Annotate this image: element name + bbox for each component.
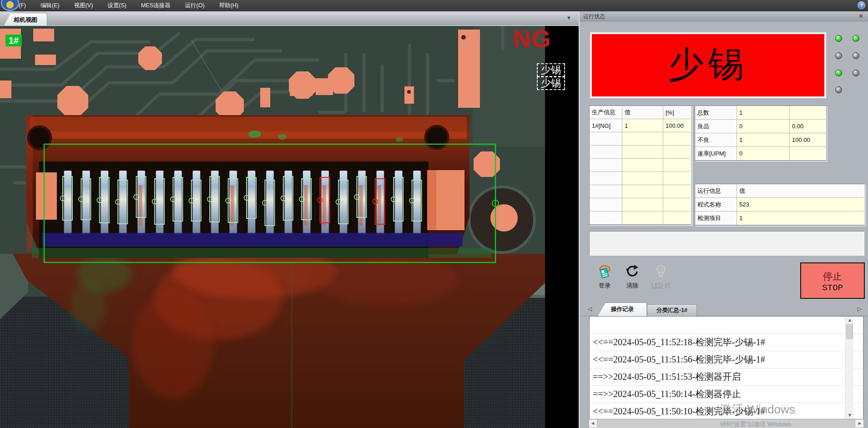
table-row bbox=[590, 159, 691, 172]
log-entry[interactable]: <<==2024-05-05_11:52:18-检测完毕-少锡-1# bbox=[590, 334, 863, 351]
menu-item[interactable]: 帮助(H) bbox=[212, 0, 246, 11]
chevron-down-icon[interactable]: ▼ bbox=[566, 15, 571, 20]
table-row bbox=[590, 172, 691, 185]
scrollbar-thumb[interactable] bbox=[597, 420, 855, 427]
table-row: 检测项目 1 bbox=[695, 211, 865, 225]
cell-percent: 100.00 bbox=[663, 119, 691, 132]
cell-percent: 100.00 bbox=[790, 133, 825, 147]
cell-label: 1#[NG] bbox=[590, 119, 622, 132]
panel-title: 运行状态 bbox=[583, 13, 605, 20]
table-row: 1#[NG] 1 100.00 bbox=[590, 119, 691, 132]
cell-label bbox=[590, 146, 622, 159]
tab-scroll-left-icon[interactable]: ◁ bbox=[588, 306, 592, 312]
help-badge-icon[interactable]: ? bbox=[858, 1, 865, 9]
camera-image bbox=[0, 26, 545, 428]
indicator-light-on bbox=[853, 35, 859, 42]
cell-label bbox=[590, 198, 622, 211]
cell-percent bbox=[790, 147, 825, 161]
table-header-row: 生产信息 值 [%] bbox=[590, 106, 691, 119]
indicator-light-off bbox=[853, 52, 859, 59]
cell-value bbox=[622, 185, 663, 198]
clear-label: 清除 bbox=[621, 282, 643, 290]
led-label: LED 灯 bbox=[650, 282, 672, 290]
tab-scroll-right-icon[interactable]: ▷ bbox=[858, 306, 862, 312]
clear-button[interactable]: 清除 bbox=[621, 264, 643, 290]
cell-label: 程式名称 bbox=[695, 198, 737, 211]
run-status-panel: 运行状态 ✕ 少锡 生产信息 值 [%] 1#[NG] 1 100.00 bbox=[579, 11, 868, 428]
cell-percent bbox=[663, 146, 691, 159]
table-row bbox=[590, 132, 691, 146]
scroll-left-icon[interactable]: ◄ bbox=[589, 420, 596, 427]
cell-percent bbox=[663, 132, 691, 146]
cell-percent bbox=[663, 159, 691, 172]
indicator-lights bbox=[832, 32, 868, 105]
log-entry[interactable]: ==>>2024-05-05_11:50:14-检测器停止 bbox=[590, 386, 863, 403]
cell-value bbox=[622, 211, 663, 225]
horizontal-scrollbar[interactable]: ◄ ► bbox=[589, 419, 863, 428]
log-entry[interactable]: ==>>2024-05-05_11:51:53-检测器开启 bbox=[590, 368, 863, 386]
refresh-icon bbox=[625, 264, 640, 278]
lightbulb-icon bbox=[653, 264, 669, 278]
message-box bbox=[589, 231, 864, 256]
menu-items: 文件(F)编辑(E)视图(V)设置(S)MES连接器运行(O)帮助(H) bbox=[0, 0, 246, 11]
vertical-scrollbar[interactable]: ▲ ▼ bbox=[845, 317, 853, 419]
stop-button[interactable]: 停止 STOP bbox=[800, 262, 865, 299]
cell-label: 速率[UPM] bbox=[695, 147, 737, 161]
table-row: 程式名称 523 bbox=[695, 198, 865, 211]
table-row bbox=[590, 198, 691, 211]
menu-item[interactable]: 运行(O) bbox=[178, 0, 212, 11]
login-button[interactable]: 登录 bbox=[594, 264, 616, 290]
tab-camera-view[interactable]: 相机视图 bbox=[4, 13, 47, 26]
menu-item[interactable]: 编辑(E) bbox=[33, 0, 67, 11]
scroll-up-icon[interactable]: ▲ bbox=[846, 317, 854, 324]
column-header: 运行信息 bbox=[695, 184, 737, 198]
column-header: 值 bbox=[622, 106, 663, 119]
scroll-down-icon[interactable]: ▼ bbox=[846, 412, 854, 419]
table-row: 总数 1 bbox=[695, 106, 826, 120]
close-icon[interactable]: ✕ bbox=[858, 13, 863, 20]
cell-value bbox=[622, 198, 663, 211]
cell-value: 1 bbox=[737, 211, 864, 225]
stop-label-cn: 停止 bbox=[801, 270, 864, 283]
led-light-button[interactable]: LED 灯 bbox=[650, 264, 672, 290]
tab-category-summary[interactable]: 分类汇总-1# bbox=[647, 304, 697, 316]
scrollbar-thumb[interactable] bbox=[846, 324, 853, 339]
cell-label: 不良 bbox=[695, 133, 737, 147]
cell-value bbox=[622, 146, 663, 159]
defect-label: 少锡 bbox=[537, 63, 565, 77]
table-row bbox=[590, 146, 691, 159]
tab-operation-log[interactable]: 操作记录 bbox=[598, 302, 647, 316]
via-dot bbox=[407, 90, 411, 94]
menu-item[interactable]: 设置(S) bbox=[100, 0, 134, 11]
log-entry[interactable] bbox=[590, 317, 863, 334]
menu-item[interactable]: MES连接器 bbox=[134, 0, 178, 11]
statistics-table: 总数 1 良品 0 0.00 不良 1 100.00 速率[UPM] 0 bbox=[695, 106, 827, 161]
cell-value bbox=[622, 132, 663, 146]
large-pad-center bbox=[490, 204, 518, 232]
cell-value: 0 bbox=[737, 147, 790, 161]
cell-value: 1 bbox=[737, 106, 790, 120]
operation-log-list: <<==2024-05-05_11:52:18-检测完毕-少锡-1#<<==20… bbox=[589, 316, 863, 419]
stop-label-en: STOP bbox=[801, 283, 864, 293]
cell-label bbox=[590, 211, 622, 225]
menu-item[interactable]: 视图(V) bbox=[67, 0, 101, 11]
cell-label bbox=[590, 132, 622, 146]
cell-value: 523 bbox=[737, 198, 864, 211]
connector-hole bbox=[425, 126, 448, 149]
connector-hole bbox=[28, 126, 51, 149]
scroll-right-icon[interactable]: ► bbox=[856, 420, 863, 427]
log-entry[interactable]: <<==2024-05-05_11:50:10-检测完毕-少锡-1# bbox=[590, 403, 863, 419]
production-info-table: 生产信息 值 [%] 1#[NG] 1 100.00 bbox=[589, 106, 692, 225]
id-badge-icon bbox=[597, 264, 612, 278]
table-row: 速率[UPM] 0 bbox=[695, 147, 826, 161]
log-entry[interactable]: <<==2024-05-05_11:51:56-检测完毕-少锡-1# bbox=[590, 351, 863, 368]
via-dot bbox=[461, 35, 466, 40]
cell-value: 1 bbox=[622, 119, 663, 132]
led-label-cn: 灯 bbox=[665, 282, 671, 289]
panel-title-bar: 运行状态 ✕ bbox=[580, 11, 868, 21]
cell-value: 0 bbox=[737, 120, 790, 133]
defect-label: 少锡 bbox=[537, 76, 565, 90]
column-header: 值 bbox=[737, 184, 864, 198]
indicator-light-off bbox=[835, 86, 842, 93]
blue-streak bbox=[42, 233, 463, 247]
